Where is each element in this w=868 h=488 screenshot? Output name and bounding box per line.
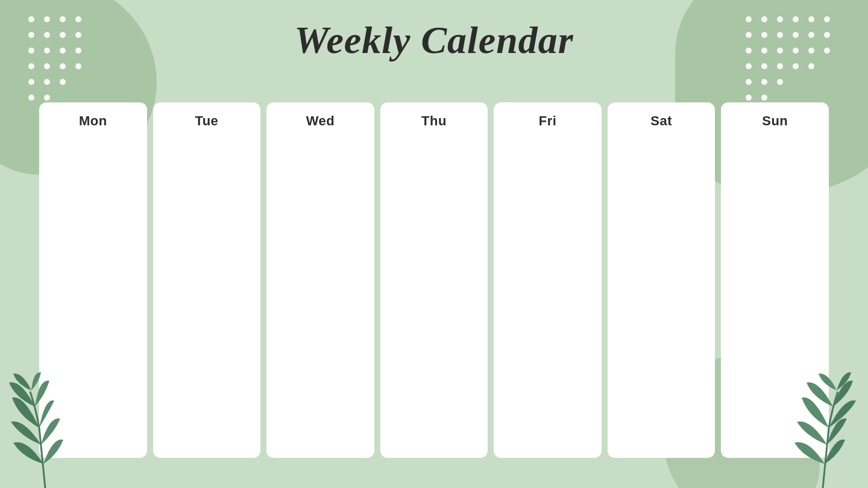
svg-point-22 [761,16,767,22]
svg-point-36 [793,48,799,54]
svg-point-5 [44,32,50,38]
svg-point-26 [824,16,830,22]
svg-point-1 [44,16,50,22]
dots-decoration-right [741,12,832,111]
svg-point-31 [808,32,814,38]
svg-point-23 [777,16,783,22]
svg-point-6 [60,32,66,38]
svg-point-40 [761,63,767,69]
svg-point-0 [28,16,34,22]
day-label-sat: Sat [614,113,709,129]
svg-point-48 [761,95,767,101]
svg-point-46 [777,79,783,85]
svg-point-30 [793,32,799,38]
svg-point-11 [75,48,81,54]
svg-point-2 [60,16,66,22]
svg-point-43 [808,63,814,69]
day-column-sat[interactable]: Sat [608,102,715,458]
svg-point-9 [44,48,50,54]
svg-point-38 [824,48,830,54]
svg-point-20 [44,95,50,101]
day-label-mon: Mon [45,113,141,129]
svg-point-21 [746,16,752,22]
day-column-thu[interactable]: Thu [380,102,488,458]
svg-point-8 [28,48,34,54]
svg-point-3 [75,16,81,22]
leaf-decoration-left [0,368,90,488]
svg-point-37 [808,48,814,54]
svg-point-24 [793,16,799,22]
svg-point-12 [28,63,34,69]
svg-point-34 [761,48,767,54]
svg-point-10 [60,48,66,54]
svg-point-44 [746,79,752,85]
svg-point-35 [777,48,783,54]
day-label-sun: Sun [727,113,823,129]
svg-point-27 [746,32,752,38]
svg-point-45 [761,79,767,85]
day-column-tue[interactable]: Tue [153,102,261,458]
svg-point-29 [777,32,783,38]
calendar-grid: MonTueWedThuFriSatSun [39,102,829,458]
svg-point-33 [746,48,752,54]
svg-point-39 [746,63,752,69]
svg-point-13 [44,63,50,69]
svg-point-4 [28,32,34,38]
day-label-tue: Tue [159,113,255,129]
svg-point-19 [28,95,34,101]
svg-point-7 [75,32,81,38]
day-label-thu: Thu [386,113,482,129]
leaf-decoration-right [778,368,868,488]
day-label-wed: Wed [272,113,368,129]
svg-point-18 [60,79,66,85]
svg-point-28 [761,32,767,38]
svg-point-32 [824,32,830,38]
svg-point-47 [746,95,752,101]
day-label-fri: Fri [500,113,596,129]
svg-point-17 [44,79,50,85]
day-column-wed[interactable]: Wed [266,102,374,458]
svg-point-15 [75,63,81,69]
svg-point-41 [777,63,783,69]
svg-point-42 [793,63,799,69]
svg-point-14 [60,63,66,69]
day-column-fri[interactable]: Fri [494,102,602,458]
page-title: Weekly Calendar [294,18,574,63]
svg-point-16 [28,79,34,85]
svg-point-25 [808,16,814,22]
dots-decoration-left [24,12,96,111]
